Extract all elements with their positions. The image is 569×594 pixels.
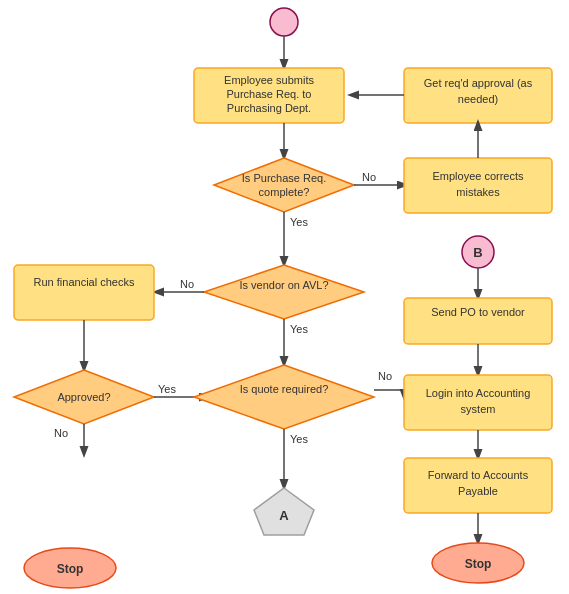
svg-text:Stop: Stop <box>57 562 84 576</box>
start-circle <box>270 8 298 36</box>
svg-text:Purchasing Dept.: Purchasing Dept. <box>227 102 311 114</box>
svg-text:Payable: Payable <box>458 485 498 497</box>
svg-text:needed): needed) <box>458 93 498 105</box>
is-quote-required-diamond <box>194 365 374 429</box>
svg-text:Approved?: Approved? <box>57 391 110 403</box>
svg-text:No: No <box>378 370 392 382</box>
svg-text:Forward to Accounts: Forward to Accounts <box>428 469 529 481</box>
run-financial-box <box>14 265 154 320</box>
flowchart: Employee submits Purchase Req. to Purcha… <box>0 0 569 594</box>
svg-text:Get req'd approval (as: Get req'd approval (as <box>424 77 533 89</box>
svg-text:B: B <box>473 245 482 260</box>
svg-text:Yes: Yes <box>158 383 176 395</box>
svg-text:complete?: complete? <box>259 186 310 198</box>
svg-text:Employee corrects: Employee corrects <box>432 170 524 182</box>
svg-text:Yes: Yes <box>290 433 308 445</box>
is-complete-diamond <box>214 158 354 212</box>
svg-text:Run financial checks: Run financial checks <box>34 276 135 288</box>
svg-text:Purchase Req. to: Purchase Req. to <box>227 88 312 100</box>
is-vendor-avl-diamond <box>204 265 364 319</box>
svg-text:Is quote required?: Is quote required? <box>240 383 329 395</box>
svg-text:Is Purchase Req.: Is Purchase Req. <box>242 172 326 184</box>
svg-text:No: No <box>54 427 68 439</box>
send-po-box <box>404 298 552 344</box>
svg-text:Login into Accounting: Login into Accounting <box>426 387 531 399</box>
svg-text:mistakes: mistakes <box>456 186 500 198</box>
svg-text:Send PO to vendor: Send PO to vendor <box>431 306 525 318</box>
svg-text:Stop: Stop <box>465 557 492 571</box>
svg-text:A: A <box>279 508 289 523</box>
svg-text:Yes: Yes <box>290 216 308 228</box>
svg-text:No: No <box>180 278 194 290</box>
svg-text:No: No <box>362 171 376 183</box>
svg-text:system: system <box>461 403 496 415</box>
employee-submits-label: Employee submits <box>224 74 314 86</box>
svg-text:Is vendor on AVL?: Is vendor on AVL? <box>239 279 328 291</box>
svg-text:Yes: Yes <box>290 323 308 335</box>
